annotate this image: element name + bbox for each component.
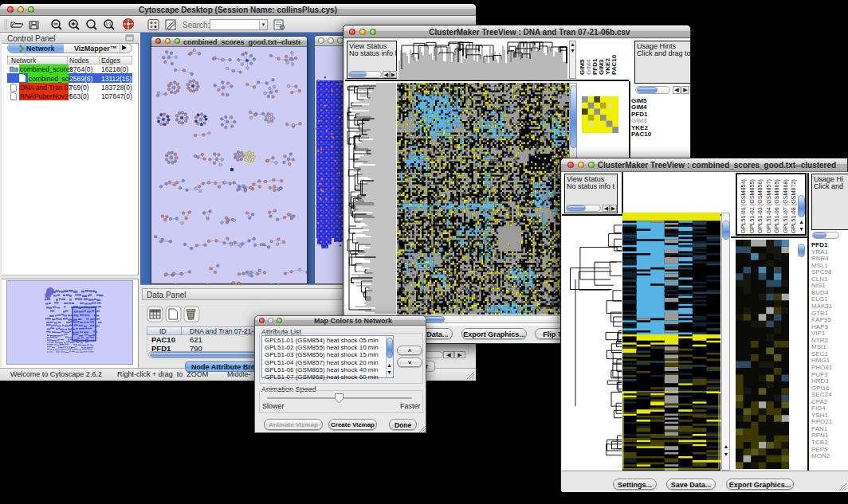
svg-text:1:1: 1:1: [106, 21, 112, 26]
